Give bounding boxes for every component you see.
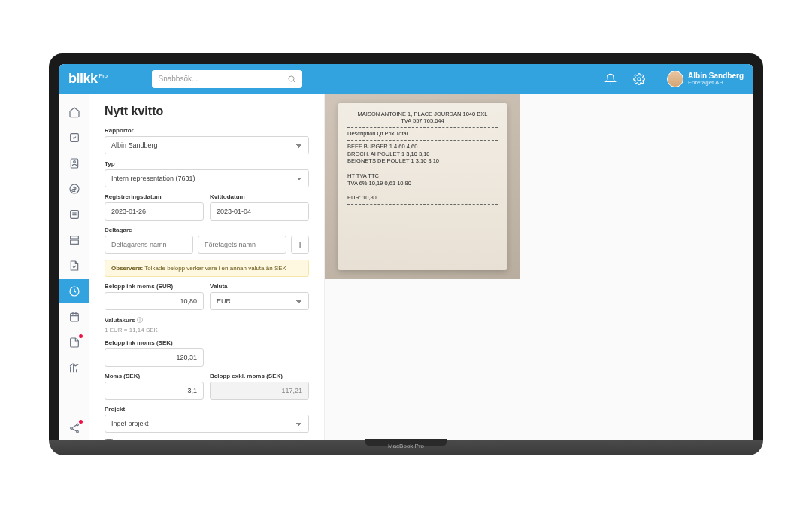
regdate-label: Registreringsdatum xyxy=(105,193,204,200)
notifications-icon[interactable] xyxy=(604,72,617,86)
global-search[interactable] xyxy=(152,70,302,88)
topbar: blikkPro Albin Sandberg Föret xyxy=(59,64,753,94)
svg-point-20 xyxy=(77,424,79,426)
receipt-preview: MAISON ANTOINE 1, PLACE JOURDAN 1040 BXL… xyxy=(324,94,753,440)
nav-share[interactable] xyxy=(59,416,89,440)
user-company: Företaget AB xyxy=(688,80,744,87)
currency-alert: Observera: Tolkade belopp verkar vara i … xyxy=(105,260,309,277)
add-participant-button[interactable]: + xyxy=(291,236,309,254)
fxrate-hint: 1 EUR = 11,14 SEK xyxy=(105,327,309,333)
settings-icon[interactable] xyxy=(632,72,646,86)
amount-eur-input[interactable] xyxy=(105,292,204,310)
nav-calendar[interactable] xyxy=(59,305,89,329)
svg-point-5 xyxy=(74,160,76,163)
participants-label: Deltagare xyxy=(105,227,309,233)
type-select[interactable]: Intern representation (7631) xyxy=(105,169,309,187)
svg-rect-7 xyxy=(71,210,79,218)
amount-sek-label: Belopp ink moms (SEK) xyxy=(105,339,204,346)
nav-stats[interactable] xyxy=(59,356,89,380)
brand-logo: blikkPro xyxy=(68,71,107,87)
svg-line-1 xyxy=(294,81,295,82)
svg-rect-4 xyxy=(71,159,77,168)
participant-company-input[interactable] xyxy=(198,236,286,254)
laptop-mockup: blikkPro Albin Sandberg Föret xyxy=(49,53,763,455)
nav-doc[interactable] xyxy=(59,330,89,354)
sidebar xyxy=(59,94,89,440)
svg-rect-13 xyxy=(71,313,79,321)
nav-users[interactable] xyxy=(59,151,89,175)
svg-point-2 xyxy=(638,78,641,81)
avatar xyxy=(667,71,683,87)
page-title: Nytt kvitto xyxy=(105,105,309,118)
user-name: Albin Sandberg xyxy=(688,71,744,80)
nav-home[interactable] xyxy=(59,100,89,124)
nav-edit[interactable] xyxy=(59,254,89,278)
vat-label: Moms (SEK) xyxy=(105,373,204,379)
amount-excl-label: Belopp exkl. moms (SEK) xyxy=(210,373,309,379)
svg-rect-11 xyxy=(71,240,79,244)
receiptdate-input[interactable] xyxy=(210,202,309,221)
project-label: Projekt xyxy=(105,406,309,412)
nav-time[interactable] xyxy=(59,279,89,303)
currency-select[interactable]: EUR xyxy=(210,292,309,310)
nav-archive[interactable] xyxy=(59,228,89,252)
svg-point-0 xyxy=(289,76,294,81)
laptop-label: MacBook Pro xyxy=(388,443,424,449)
type-label: Typ xyxy=(105,160,309,167)
fxrate-label: Valutakurs ⓘ xyxy=(105,316,309,324)
reporter-select[interactable]: Albin Sandberg xyxy=(105,136,309,154)
vat-input[interactable] xyxy=(105,382,204,400)
search-icon xyxy=(287,75,296,84)
receipt-image[interactable]: MAISON ANTOINE 1, PLACE JOURDAN 1040 BXL… xyxy=(325,94,520,279)
amount-eur-label: Belopp ink moms (EUR) xyxy=(105,283,204,290)
regdate-input[interactable] xyxy=(105,202,204,221)
receipt-form: Nytt kvitto Rapportör Albin Sandberg Typ… xyxy=(89,94,324,440)
search-input[interactable] xyxy=(158,75,287,83)
nav-list[interactable] xyxy=(59,202,89,227)
receiptdate-label: Kvittodatum xyxy=(210,193,309,200)
participant-name-input[interactable] xyxy=(105,236,193,254)
amount-sek-input[interactable] xyxy=(105,348,204,367)
reporter-label: Rapportör xyxy=(105,127,309,134)
svg-rect-10 xyxy=(71,236,79,238)
currency-label: Valuta xyxy=(210,283,309,290)
svg-point-22 xyxy=(77,430,79,433)
nav-money[interactable] xyxy=(59,177,89,201)
nav-tasks[interactable] xyxy=(59,126,89,150)
svg-line-23 xyxy=(72,425,76,427)
amount-excl-input xyxy=(210,382,309,400)
user-menu[interactable]: Albin Sandberg Företaget AB xyxy=(667,71,744,87)
svg-line-24 xyxy=(72,428,76,430)
svg-point-21 xyxy=(71,427,73,429)
project-select[interactable]: Inget projekt xyxy=(105,415,309,433)
